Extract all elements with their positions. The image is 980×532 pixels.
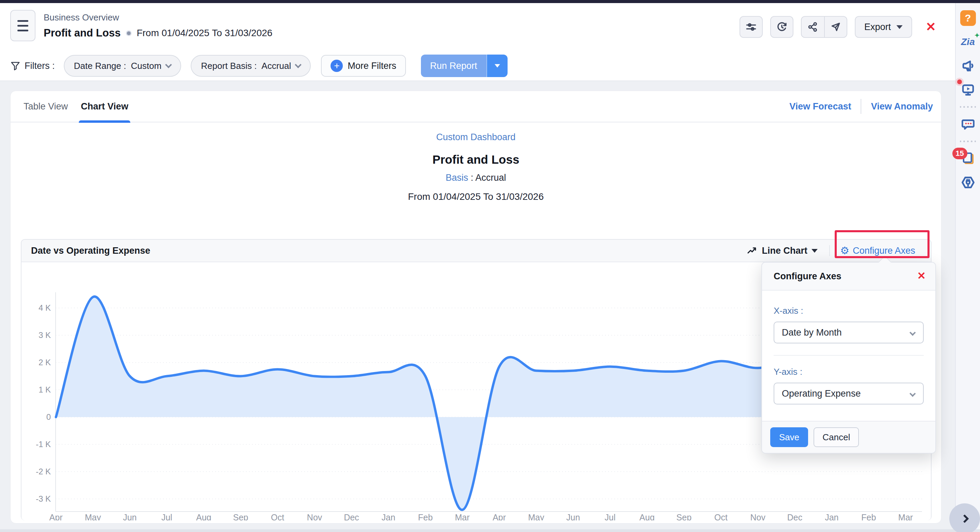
svg-text:Apr: Apr xyxy=(49,513,63,521)
svg-text:Nov: Nov xyxy=(750,513,765,521)
share-button[interactable] xyxy=(802,17,824,37)
svg-text:Feb: Feb xyxy=(861,513,876,521)
recording-dot xyxy=(957,79,962,84)
svg-text:4 K: 4 K xyxy=(38,303,51,312)
svg-text:Sep: Sep xyxy=(233,513,248,521)
svg-text:Jan: Jan xyxy=(825,513,838,521)
trend-line-icon xyxy=(747,245,757,256)
header: Business Overview Profit and Loss From 0… xyxy=(0,3,955,51)
plug-hexagon-icon xyxy=(961,175,975,190)
svg-text:Dec: Dec xyxy=(787,513,802,521)
refresh-history-button[interactable] xyxy=(770,16,794,38)
close-report-button[interactable]: ✕ xyxy=(926,21,936,33)
sidebar-item-integrations[interactable] xyxy=(960,174,976,191)
chart-panel-header: Date vs Operating Expense Line Chart ⚙ C… xyxy=(21,240,931,262)
sidebar-item-video-tour[interactable] xyxy=(960,81,976,98)
svg-text:-2 K: -2 K xyxy=(36,467,51,476)
report-basis-filter[interactable]: Report Basis : Accrual xyxy=(191,55,311,77)
date-range-label: Date Range : xyxy=(74,61,126,71)
sidebar-item-help[interactable]: ? xyxy=(960,10,976,26)
funnel-icon xyxy=(10,61,21,71)
configure-axes-button[interactable]: ⚙ Configure Axes xyxy=(830,246,926,256)
export-button[interactable]: Export xyxy=(855,16,912,38)
chevron-down-icon xyxy=(495,64,500,68)
chevron-down-icon xyxy=(896,25,902,29)
breadcrumb[interactable]: Business Overview xyxy=(44,12,119,23)
x-axis-value: Date by Month xyxy=(782,327,842,338)
svg-text:Feb: Feb xyxy=(418,513,433,521)
page-title: Profit and Loss xyxy=(44,27,121,39)
chevron-right-icon xyxy=(960,514,969,523)
svg-text:-3 K: -3 K xyxy=(36,494,51,503)
chevron-down-icon xyxy=(909,391,916,397)
chart-type-dropdown[interactable]: Line Chart xyxy=(747,245,830,256)
popup-footer: Save Cancel xyxy=(762,421,935,453)
sidebar-item-chat-feedback[interactable] xyxy=(960,116,976,132)
y-axis-label: Y-axis : xyxy=(774,367,924,377)
plus-icon: + xyxy=(331,60,343,72)
date-range-value: Custom xyxy=(131,61,162,71)
svg-text:May: May xyxy=(85,513,101,521)
x-axis-select[interactable]: Date by Month xyxy=(774,322,924,343)
svg-text:Jun: Jun xyxy=(123,513,137,521)
svg-text:Dec: Dec xyxy=(344,513,359,521)
svg-text:1 K: 1 K xyxy=(38,385,51,394)
chevron-down-icon xyxy=(295,61,302,68)
gear-icon: ⚙ xyxy=(840,246,850,256)
save-button[interactable]: Save xyxy=(770,427,808,447)
date-range-filter[interactable]: Date Range : Custom xyxy=(64,55,181,77)
custom-dashboard-link[interactable]: Custom Dashboard xyxy=(11,132,941,143)
x-axis-label: X-axis : xyxy=(774,306,924,316)
send-button[interactable] xyxy=(824,17,846,37)
megaphone-icon xyxy=(961,59,975,73)
filters-label: Filters : xyxy=(10,61,55,71)
popup-close-button[interactable]: ✕ xyxy=(917,271,926,281)
refresh-clock-icon xyxy=(776,21,788,33)
svg-text:Jul: Jul xyxy=(161,513,172,521)
title-separator-dot xyxy=(127,32,130,35)
cancel-button[interactable]: Cancel xyxy=(813,427,859,447)
view-forecast-link[interactable]: View Forecast xyxy=(789,101,851,112)
hamburger-icon xyxy=(18,20,28,22)
chat-bubble-icon xyxy=(961,117,975,131)
chart-title: Date vs Operating Expense xyxy=(31,246,150,256)
y-axis-select[interactable]: Operating Expense xyxy=(774,383,924,405)
svg-text:3 K: 3 K xyxy=(38,330,51,340)
sidebar-item-zia[interactable]: Zia✦ xyxy=(960,34,976,50)
tab-chart-view[interactable]: Chart View xyxy=(81,91,128,122)
chevron-down-icon xyxy=(165,61,172,68)
customize-columns-button[interactable] xyxy=(740,16,763,38)
divider xyxy=(774,355,924,356)
svg-text:Jul: Jul xyxy=(605,513,616,521)
hamburger-menu-button[interactable] xyxy=(10,10,35,41)
run-report-dropdown[interactable] xyxy=(487,54,508,77)
scroll-right-button[interactable] xyxy=(949,503,980,532)
svg-text:Jun: Jun xyxy=(566,513,580,521)
configure-axes-popup: Configure Axes ✕ X-axis : Date by Month … xyxy=(761,262,936,454)
view-anomaly-link[interactable]: View Anomaly xyxy=(871,101,933,112)
svg-text:2 K: 2 K xyxy=(38,358,51,367)
tab-table-view[interactable]: Table View xyxy=(24,91,68,122)
run-report-button[interactable]: Run Report xyxy=(421,54,487,77)
window-top-strip xyxy=(0,0,980,3)
svg-text:Aug: Aug xyxy=(196,513,211,521)
svg-text:Mar: Mar xyxy=(898,513,913,521)
chevron-down-icon xyxy=(909,329,916,335)
svg-text:Mar: Mar xyxy=(455,513,470,521)
svg-text:Jan: Jan xyxy=(382,513,395,521)
notification-badge: 15 xyxy=(952,148,967,159)
sidebar-item-announcements[interactable] xyxy=(960,58,976,74)
more-filters-button[interactable]: + More Filters xyxy=(321,55,406,77)
sidebar-separator xyxy=(960,140,976,142)
report-title: Profit and Loss xyxy=(11,153,941,167)
paper-plane-icon xyxy=(830,21,841,32)
svg-text:0: 0 xyxy=(46,412,51,421)
svg-text:Oct: Oct xyxy=(714,513,727,521)
bottom-strip xyxy=(0,529,980,532)
svg-text:Oct: Oct xyxy=(271,513,284,521)
share-icon xyxy=(807,21,818,32)
sidebar-item-notifications[interactable]: 15 xyxy=(960,150,976,167)
svg-text:Sep: Sep xyxy=(676,513,691,521)
chevron-down-icon xyxy=(811,249,818,253)
svg-text:Aug: Aug xyxy=(640,513,655,521)
